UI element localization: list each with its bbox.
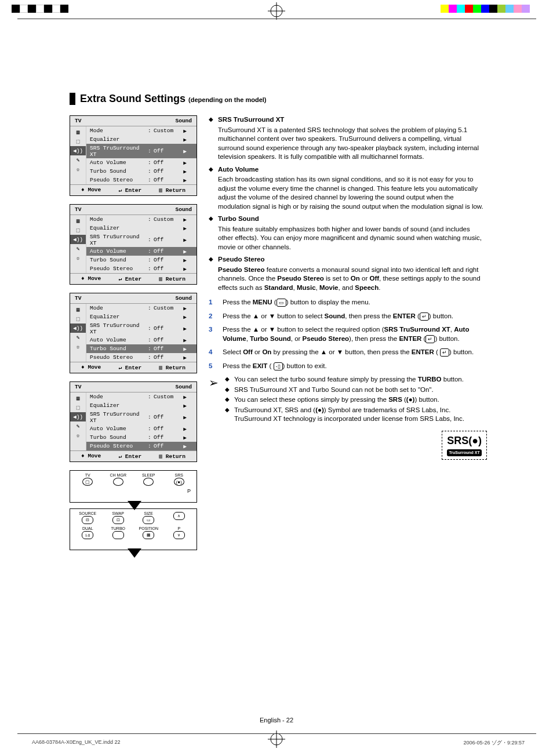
gear-icon: ☼: [70, 165, 86, 174]
remote-button: SOURCE⊟: [72, 511, 103, 526]
section-item: ◆Turbo SoundThis feature suitably emphas…: [209, 215, 487, 252]
remote-button: TURBO: [103, 526, 134, 541]
section-body: Each broadcasting station has its own si…: [218, 175, 487, 211]
osd-row-label: Pseudo Stereo: [90, 354, 148, 361]
setup-icon: ✎: [70, 155, 86, 165]
osd-row: SRS TruSurround XT:Off▶: [86, 410, 197, 424]
osd-row: Equalizer▶: [86, 312, 197, 321]
picture-icon: ▦: [70, 394, 86, 403]
osd-screenshot: TVSound▦⬚◀))✎☼Mode:Custom▶Equalizer▶SRS …: [70, 115, 197, 196]
osd-row: Turbo Sound:Off▶: [86, 167, 197, 176]
remote-button: DUALI-II: [72, 526, 103, 541]
osd-row: Mode:Custom▶: [86, 304, 197, 312]
osd-row-label: Pseudo Stereo: [90, 177, 148, 183]
step-row: 3Press the ▲ or ▼ button to select the r…: [209, 325, 487, 343]
section-item: ◆SRS TruSurround XTTruSurround XT is a p…: [209, 115, 487, 162]
remote-button: CH MGR: [103, 473, 134, 488]
osd-footer-enter: ↵ Enter: [118, 275, 141, 282]
title-sub: (depending on the model): [188, 96, 266, 103]
osd-header-right: Sound: [175, 206, 192, 213]
osd-footer-move: ♦ Move: [81, 364, 101, 371]
diamond-icon: ◆: [209, 115, 218, 162]
osd-row-value: Custom: [154, 305, 180, 311]
osd-row-arrow-icon: ▶: [180, 248, 187, 255]
osd-row-value: Off: [154, 159, 180, 166]
input-icon: ⬚: [70, 137, 86, 146]
osd-row: SRS TruSurround XT:Off▶: [86, 232, 197, 247]
setup-icon: ✎: [70, 244, 86, 253]
title-main: Extra Sound Settings: [80, 93, 185, 104]
step-body: Press the ▲ or ▼ button to select Sound,…: [223, 312, 487, 321]
osd-row-value: Off: [154, 325, 180, 332]
diamond-icon: ◆: [209, 165, 218, 212]
osd-row: Equalizer▶: [86, 224, 197, 232]
osd-row: SRS TruSurround XT:Off▶: [86, 144, 197, 158]
osd-row: Turbo Sound:Off▶: [86, 433, 197, 442]
osd-row-value: Off: [154, 168, 180, 175]
step-row: 5Press the EXIT ( -▯) button to exit.: [209, 362, 487, 371]
osd-row-arrow-icon: ▶: [180, 426, 187, 432]
step-number: 4: [209, 348, 223, 357]
remote-button: TV▢: [72, 473, 103, 488]
osd-row: SRS TruSurround XT:Off▶: [86, 321, 197, 336]
osd-row-label: Turbo Sound: [90, 346, 148, 352]
osd-row-value: Custom: [154, 128, 180, 134]
section-title: Pseudo Stereo: [218, 255, 487, 264]
osd-row-label: Turbo Sound: [90, 168, 148, 175]
osd-row: Mode:Custom▶: [86, 392, 197, 401]
picture-icon: ▦: [70, 305, 86, 314]
note-text: SRS TruSurround XT and Turbo Sound can n…: [234, 386, 487, 395]
osd-footer-return: ▥ Return: [159, 364, 185, 371]
remote-diagram-1: TV▢CH MGRSLEEPSRS(●)P: [70, 470, 197, 503]
note-text: TruSurround XT, SRS and ((●)) Symbol are…: [234, 406, 487, 424]
remote-button: SIZE▭: [133, 511, 164, 526]
step-body: Press the EXIT ( -▯) button to exit.: [223, 362, 487, 371]
osd-header-right: Sound: [175, 118, 192, 124]
osd-row-label: Mode: [90, 128, 148, 134]
osd-row: Mode:Custom▶: [86, 126, 197, 135]
picture-icon: ▦: [70, 216, 86, 226]
osd-row-arrow-icon: ▶: [180, 434, 187, 441]
step-row: 2Press the ▲ or ▼ button to select Sound…: [209, 312, 487, 321]
osd-row-label: Turbo Sound: [90, 434, 148, 441]
osd-row-arrow-icon: ▶: [180, 257, 187, 264]
osd-row-arrow-icon: ▶: [180, 216, 187, 223]
osd-row: Auto Volume:Off▶: [86, 158, 197, 167]
osd-footer-move: ♦ Move: [81, 275, 101, 282]
section-body: This feature suitably emphasizes both hi…: [218, 225, 487, 252]
osd-row-value: Custom: [154, 216, 180, 223]
srs-logo-small: TruSurround XT: [447, 449, 481, 456]
note-item: ◆You can select the turbo sound feature …: [225, 375, 487, 384]
section-title: Auto Volume: [218, 165, 487, 175]
osd-screenshot: TVSound▦⬚◀))✎☼Mode:Custom▶Equalizer▶SRS …: [70, 381, 197, 462]
imprint: AA68-03784A-X0Eng_UK_VE.indd 22 2006-05-…: [32, 739, 525, 747]
osd-row-arrow-icon: ▶: [180, 354, 187, 361]
osd-row: Equalizer▶: [86, 135, 197, 144]
diamond-icon: ◆: [209, 215, 218, 252]
page-footer: English - 22: [0, 717, 553, 724]
osd-row-label: SRS TruSurround XT: [90, 411, 148, 424]
note-item: ◆You can select these options simply by …: [225, 395, 487, 405]
osd-row-arrow-icon: ▶: [180, 402, 187, 409]
osd-row: Turbo Sound:Off▶: [86, 256, 197, 264]
section-item: ◆Auto VolumeEach broadcasting station ha…: [209, 165, 487, 212]
step-row: 1Press the MENU (▭) button to display th…: [209, 298, 487, 307]
osd-row-label: Auto Volume: [90, 426, 148, 432]
note-arrow-icon: ➢: [209, 375, 225, 425]
srs-logo: SRS(●) TruSurround XT: [442, 431, 487, 460]
osd-row-value: Off: [154, 266, 180, 272]
remote-button: P∨: [164, 526, 195, 541]
osd-row-label: Equalizer: [90, 136, 148, 143]
diamond-icon: ◆: [225, 395, 234, 405]
osd-row-label: SRS TruSurround XT: [90, 234, 148, 246]
osd-row-label: Mode: [90, 394, 148, 400]
sound-icon: ◀)): [70, 412, 86, 421]
osd-row-arrow-icon: ▶: [180, 177, 187, 184]
imprint-date: 2006-05-26 ゾグ・9:29:57: [463, 739, 525, 747]
diamond-icon: ◆: [225, 386, 234, 395]
step-number: 1: [209, 298, 223, 307]
osd-row-value: Off: [154, 177, 180, 183]
osd-row-arrow-icon: ▶: [180, 337, 187, 344]
remote-diagram-2: SOURCE⊟SWAP⊡SIZE▭∧DUALI-IITURBOPOSITION▦…: [70, 508, 197, 550]
osd-row-arrow-icon: ▶: [180, 128, 187, 135]
